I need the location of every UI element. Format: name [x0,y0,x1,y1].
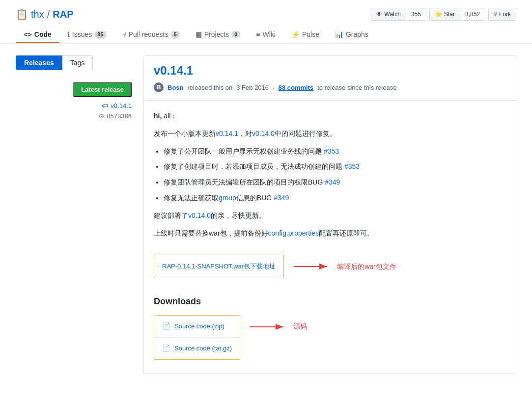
watch-button[interactable]: 👁 Watch [371,8,406,21]
repo-actions: 👁 Watch 355 ⭐ Star 3,852 ⑂ Fork [368,8,516,21]
online-note: 上线时只需要替换war包，提前备份好config.properties配置再还原… [154,228,506,239]
fork-icon: ⑂ [494,11,497,18]
version-link-1[interactable]: v0.14.1 [216,130,238,137]
config-link[interactable]: config.properties [268,229,319,237]
release-content: v0.14.1 B Bosn released this on 3 Feb 20… [143,55,516,374]
list-item: 修复了创建项目时，若添加项目成员，无法成功创建的问题 #353 [164,161,506,173]
sub-tab-tags[interactable]: Tags [62,55,93,70]
sidebar-tag-link[interactable]: 🏷 v0.14.1 [16,102,132,109]
war-annotation-text: 编译后的war包文件 [337,261,396,273]
source-zip-link[interactable]: 📄 Source code (zip) [154,316,240,338]
download-link-box: RAP-0.14.1-SNAPSHOT.war包下载地址 [154,255,284,278]
release-title[interactable]: v0.14.1 [154,64,193,77]
issue-link-349b[interactable]: #349 [274,194,289,202]
sub-tabs: Releases Tags [16,55,132,70]
issues-badge: 85 [94,31,106,38]
tab-projects[interactable]: ▦ Projects 0 [188,27,249,43]
list-item: 修复了公开团队一般用户显示无权创建业务线的问题 #353 [164,146,506,158]
recommend-line: 建议部署了v0.14.0的亲，尽快更新。 [154,210,506,222]
sub-tab-releases[interactable]: Releases [16,55,62,70]
pr-badge: 5 [171,31,180,38]
war-annotation: 编译后的war包文件 [294,261,396,272]
sidebar-tag-name: v0.14.1 [111,102,132,109]
breadcrumb-separator: / [47,9,50,20]
release-commits-suffix: to release since this release [317,84,396,91]
pr-icon: ⑂ [122,30,126,38]
fork-group: ⑂ Fork [488,8,516,21]
tab-code[interactable]: <> Code [16,27,59,43]
tab-pull-requests[interactable]: ⑂ Pull requests 5 [114,27,188,43]
recommend-version-link[interactable]: v0.14.0 [188,212,211,219]
book-icon: 📋 [16,8,28,20]
pulse-icon: ⚡ [291,30,300,38]
downloads-files: 📄 Source code (zip) 📄 Source code (tar.g… [154,315,240,360]
wiki-icon: ≡ [256,30,260,38]
source-targz-link[interactable]: 📄 Source code (tar.gz) [154,338,240,359]
list-item: 修复团队管理员无法编辑所在团队的项目的权限BUG #349 [164,177,506,188]
release-header: v0.14.1 B Bosn released this on 3 Feb 20… [144,56,516,101]
hi-text: hi, [154,112,162,120]
star-icon: ⭐ [435,11,442,18]
nav-tabs: <> Code ℹ Issues 85 ⑂ Pull requests 5 ▦ … [16,27,516,43]
download-link-row: RAP-0.14.1-SNAPSHOT.war包下载地址 [154,247,506,286]
issue-link-353a[interactable]: #353 [324,147,339,155]
star-group: ⭐ Star 3,852 [429,8,485,21]
file-icon-zip: 📄 [162,320,170,332]
watch-group: 👁 Watch 355 [371,8,426,21]
release-action: released this on [188,84,233,91]
sidebar-commit: ⊙ 8578386 [16,112,132,120]
fork-button[interactable]: ⑂ Fork [488,8,516,21]
tag-icon: 🏷 [102,102,108,109]
repo-name-link[interactable]: RAP [53,9,73,20]
star-label: Star [444,11,455,18]
intro-line: 发布一个小版本更新v0.14.1，对v0.14.0中的问题进行修复。 [154,128,506,140]
commit-icon: ⊙ [99,112,104,120]
source-annotation-text: 源码 [293,321,307,333]
eye-icon: 👁 [376,11,382,18]
sidebar-commit-hash: 8578386 [107,112,132,120]
tab-pulse[interactable]: ⚡ Pulse [283,27,327,43]
source-arrow-icon [250,321,289,333]
version-link-2[interactable]: v0.14.0 [252,130,275,137]
latest-release-badge[interactable]: Latest release [73,82,132,97]
arrow-icon [294,261,333,272]
graphs-icon: 📊 [335,30,343,38]
issue-link-353b[interactable]: #353 [344,162,360,170]
sidebar-release-info: Latest release 🏷 v0.14.1 ⊙ 8578386 [16,82,132,120]
code-icon: <> [24,30,32,38]
tab-wiki[interactable]: ≡ Wiki [248,27,283,43]
issue-link-349a[interactable]: #349 [325,178,340,186]
downloads-title: Downloads [154,294,506,309]
avatar: B [154,82,164,92]
source-annotation: 源码 [250,321,307,333]
issues-icon: ℹ [67,30,70,38]
repo-owner-link[interactable]: thx [31,9,44,20]
downloads-section: Downloads 📄 Source code (zip) 📄 Source c… [154,294,506,363]
main-container: Releases Tags Latest release 🏷 v0.14.1 ⊙… [0,44,532,386]
release-body: hi, all： 发布一个小版本更新v0.14.1，对v0.14.0中的问题进行… [144,101,516,373]
all-text: all： [164,112,177,120]
tab-graphs[interactable]: 📊 Graphs [327,27,376,43]
release-container: v0.14.1 B Bosn released this on 3 Feb 20… [143,55,516,374]
war-download-link[interactable]: RAP-0.14.1-SNAPSHOT.war包下载地址 [162,261,276,272]
fork-label: Fork [499,11,511,18]
release-meta: B Bosn released this on 3 Feb 2016 · 88 … [154,82,506,92]
release-commits-link[interactable]: 88 commits [279,84,314,91]
repo-breadcrumb: 📋 thx / RAP [16,8,73,20]
list-item: 修复无法正确获取group信息的BUG #349 [164,192,506,204]
watch-count: 355 [406,8,426,21]
projects-icon: ▦ [196,30,202,38]
source-code-row: 📄 Source code (zip) 📄 Source code (tar.g… [154,315,506,364]
release-author: Bosn [168,84,184,91]
greeting-line: hi, all： [154,110,506,122]
watch-label: Watch [384,11,401,18]
file-icon-targz: 📄 [162,343,170,354]
bullet-list: 修复了公开团队一般用户显示无权创建业务线的问题 #353 修复了创建项目时，若添… [164,146,506,204]
release-separator: · [273,84,275,91]
projects-badge: 0 [231,31,240,38]
star-button[interactable]: ⭐ Star [429,8,460,21]
sidebar: Releases Tags Latest release 🏷 v0.14.1 ⊙… [16,55,143,374]
tab-issues[interactable]: ℹ Issues 85 [59,27,114,43]
release-date: 3 Feb 2016 [236,84,269,91]
star-count: 3,852 [460,8,485,21]
